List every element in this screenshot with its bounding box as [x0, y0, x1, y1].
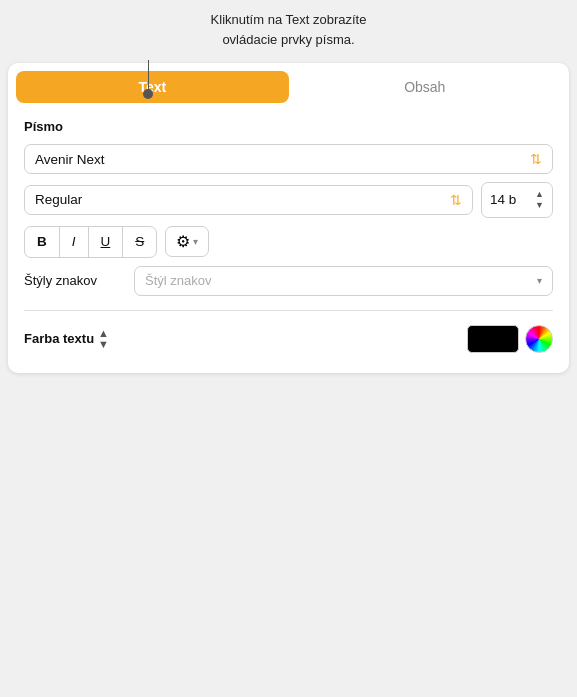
format-button-group: B I U S [24, 226, 157, 258]
font-section: Písmo Avenir Next ⇅ Regular ⇅ 14 b ▲ ▼ [8, 103, 569, 296]
font-size-up-icon[interactable]: ▲ [535, 189, 544, 200]
color-swatch-wrap [467, 325, 553, 353]
color-label: Farba textu [24, 331, 94, 346]
tooltip: Kliknutím na Text zobrazíte ovládacie pr… [0, 0, 577, 63]
tab-content[interactable]: Obsah [289, 71, 562, 103]
tooltip-line1: Kliknutím na Text zobrazíte [211, 12, 367, 27]
char-style-label: Štýly znakov [24, 273, 134, 288]
color-row: Farba textu ▲ ▼ [8, 325, 569, 353]
font-size-down-icon[interactable]: ▼ [535, 200, 544, 211]
tab-bar: Text Obsah [8, 63, 569, 103]
tab-text[interactable]: Text [16, 71, 289, 103]
underline-button[interactable]: U [89, 227, 124, 257]
color-wheel-button[interactable] [525, 325, 553, 353]
font-size-field[interactable]: 14 b ▲ ▼ [481, 182, 553, 218]
color-down-icon[interactable]: ▼ [98, 339, 109, 350]
char-style-select[interactable]: Štýl znakov ▾ [134, 266, 553, 296]
font-style-size-row: Regular ⇅ 14 b ▲ ▼ [24, 182, 553, 218]
color-stepper-icon[interactable]: ▲ ▼ [98, 328, 109, 350]
font-style-select[interactable]: Regular ⇅ [24, 185, 473, 215]
bold-button[interactable]: B [25, 227, 60, 257]
color-label-wrap: Farba textu ▲ ▼ [24, 328, 109, 350]
font-name-row: Avenir Next ⇅ [24, 144, 553, 174]
font-name-arrow-icon: ⇅ [530, 151, 542, 167]
tooltip-line2: ovládacie prvky písma. [222, 32, 354, 47]
font-section-title: Písmo [24, 119, 553, 134]
italic-button[interactable]: I [60, 227, 89, 257]
char-style-chevron-icon: ▾ [537, 275, 542, 286]
gear-icon: ⚙ [176, 232, 190, 251]
gear-button[interactable]: ⚙ ▾ [165, 226, 209, 257]
font-name-select[interactable]: Avenir Next ⇅ [24, 144, 553, 174]
tooltip-pointer-line [148, 60, 149, 90]
color-up-icon[interactable]: ▲ [98, 328, 109, 339]
color-swatch-black[interactable] [467, 325, 519, 353]
tooltip-pointer-dot [143, 89, 153, 99]
font-size-stepper[interactable]: ▲ ▼ [535, 189, 544, 211]
inspector-panel: Text Obsah Písmo Avenir Next ⇅ Regular ⇅… [8, 63, 569, 373]
char-style-row: Štýly znakov Štýl znakov ▾ [24, 266, 553, 296]
format-buttons-row: B I U S ⚙ ▾ [24, 226, 553, 258]
font-style-arrow-icon: ⇅ [450, 192, 462, 208]
gear-chevron-icon: ▾ [193, 236, 198, 247]
section-divider [24, 310, 553, 311]
strikethrough-button[interactable]: S [123, 227, 156, 257]
